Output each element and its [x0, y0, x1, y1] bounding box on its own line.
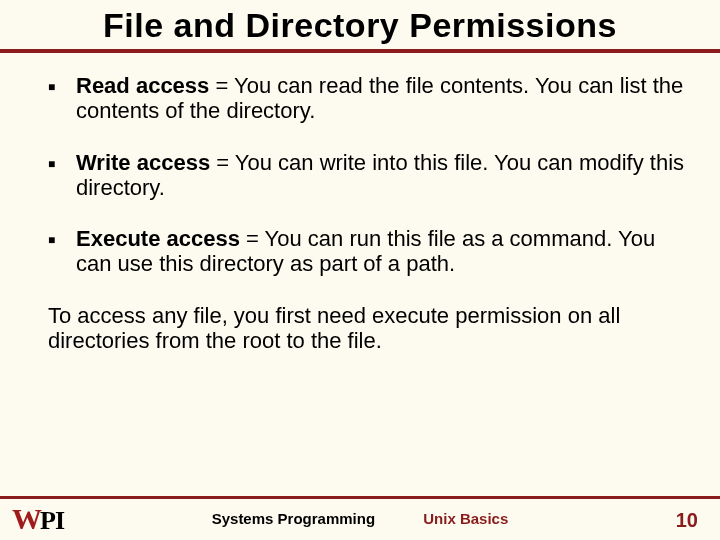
note-paragraph: To access any file, you first need execu… — [48, 303, 688, 354]
footer-topic: Unix Basics — [423, 510, 508, 527]
bullet-icon: ■ — [48, 226, 76, 277]
term: Read access — [76, 73, 209, 98]
list-item: ■ Execute access = You can run this file… — [48, 226, 688, 277]
footer-course: Systems Programming — [212, 510, 375, 527]
slide-footer: WPI Systems Programming Unix Basics 10 — [0, 496, 720, 540]
footer-divider — [0, 496, 720, 499]
page-number: 10 — [676, 509, 698, 532]
bullet-icon: ■ — [48, 150, 76, 201]
slide-title: File and Directory Permissions — [40, 6, 680, 45]
list-item: ■ Write access = You can write into this… — [48, 150, 688, 201]
term: Execute access — [76, 226, 240, 251]
list-item: ■ Read access = You can read the file co… — [48, 73, 688, 124]
slide-body: ■ Read access = You can read the file co… — [0, 53, 720, 353]
bullet-icon: ■ — [48, 73, 76, 124]
term: Write access — [76, 150, 210, 175]
